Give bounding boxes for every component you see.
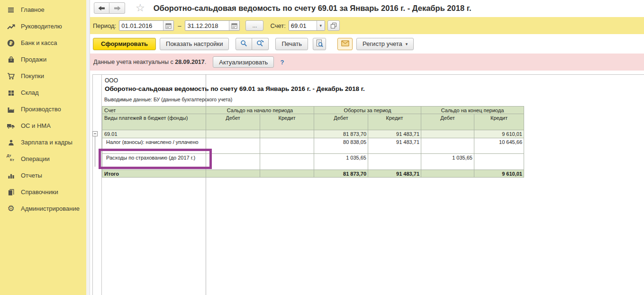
warehouse-icon xyxy=(6,89,16,96)
help-link[interactable]: ? xyxy=(280,59,284,66)
sidebar-item-label: Операции xyxy=(21,155,50,162)
caret-down-icon: ▾ xyxy=(406,42,408,46)
print-button[interactable]: Печать xyxy=(275,38,308,50)
cell-value[interactable] xyxy=(474,154,524,170)
back-button[interactable] xyxy=(94,2,109,14)
col-header-debit: Дебет xyxy=(314,114,368,130)
sidebar-item-label: Справочники xyxy=(21,188,58,196)
cell-value[interactable]: 81 873,70 xyxy=(314,170,368,178)
cell-value[interactable]: 91 483,71 xyxy=(368,170,421,178)
cell-value[interactable] xyxy=(206,170,260,178)
date-from-input[interactable] xyxy=(119,21,163,30)
cell-value[interactable]: 9 610,01 xyxy=(474,130,524,138)
register-menu-button[interactable]: Регистр учета▾ xyxy=(356,38,414,50)
sidebar-item-label: Производство xyxy=(21,106,61,113)
sidebar-item-label: Отчеты xyxy=(21,172,42,179)
cell-value[interactable] xyxy=(206,154,260,170)
account-open-button[interactable] xyxy=(327,20,340,31)
col-header-credit: Кредит xyxy=(368,114,421,130)
sidebar-item-directories[interactable]: Справочники xyxy=(0,184,86,200)
account-dropdown-button[interactable]: ▾ xyxy=(317,21,325,30)
send-email-button[interactable] xyxy=(337,38,353,50)
sidebar-item-label: Банк и касса xyxy=(21,39,57,46)
search-next-button[interactable] xyxy=(252,38,269,50)
cell-value[interactable] xyxy=(260,154,314,170)
cell-value[interactable]: 91 483,71 xyxy=(368,138,421,154)
row-detail-name[interactable]: Расходы по страхованию (до 2017 г.) xyxy=(102,154,206,170)
collapse-group-button[interactable] xyxy=(92,131,98,136)
search-repeat-icon xyxy=(256,39,264,48)
print-preview-button[interactable] xyxy=(313,38,326,50)
sidebar-item-salary[interactable]: Зарплата и кадры xyxy=(0,134,86,151)
cell-value[interactable] xyxy=(206,138,260,154)
cell-value[interactable]: 9 610,01 xyxy=(474,170,524,178)
warning-text: Данные учета неактуальны с 28.09.2017. xyxy=(93,59,206,65)
svg-text:₽: ₽ xyxy=(9,40,13,45)
report-left-border xyxy=(92,74,93,295)
col-header-credit: Кредит xyxy=(474,114,524,130)
row-detail-name[interactable]: Налог (взносы): начислено / уплачено xyxy=(102,138,206,154)
account-field: ▾ xyxy=(289,20,325,31)
date-from-wrap xyxy=(119,20,174,31)
report-data-note: Выводимые данные: БУ (данные бухгалтерск… xyxy=(104,97,232,102)
cart-icon xyxy=(6,72,16,80)
row-total-name[interactable]: Итого xyxy=(102,170,206,178)
cell-value[interactable] xyxy=(206,130,260,138)
search-group xyxy=(236,38,269,50)
app-window: Главное Руководителю ₽ Банк и касса Прод… xyxy=(0,0,644,295)
sidebar-item-warehouse[interactable]: Склад xyxy=(0,84,86,101)
sidebar-item-label: Продажи xyxy=(21,56,46,63)
sidebar-item-reports[interactable]: Отчеты xyxy=(0,167,86,184)
period-more-button[interactable]: ... xyxy=(245,20,263,31)
cell-value[interactable] xyxy=(260,170,314,178)
row-account-name[interactable]: 69.01 xyxy=(102,130,206,138)
sidebar-item-purchases[interactable]: Покупки xyxy=(0,68,86,84)
cell-value[interactable]: 91 483,71 xyxy=(368,130,421,138)
sidebar: Главное Руководителю ₽ Банк и касса Прод… xyxy=(0,0,86,295)
books-icon xyxy=(6,188,16,196)
preview-icon xyxy=(316,39,323,49)
sidebar-item-main[interactable]: Главное xyxy=(0,1,86,18)
group-tree-line xyxy=(95,136,95,167)
cell-value[interactable]: 1 035,65 xyxy=(421,154,474,170)
sidebar-item-manager[interactable]: Руководителю xyxy=(0,18,86,35)
account-input[interactable] xyxy=(289,21,317,30)
sidebar-item-bank[interactable]: ₽ Банк и касса xyxy=(0,35,86,51)
show-settings-button[interactable]: Показать настройки xyxy=(160,38,229,50)
history-nav xyxy=(94,2,125,14)
cell-value[interactable]: 81 873,70 xyxy=(314,130,368,138)
actualize-button[interactable]: Актуализировать xyxy=(213,56,274,68)
filter-bar: Период: – ... Счет: ▾ xyxy=(90,17,644,34)
chart-icon xyxy=(6,172,16,179)
cell-value[interactable]: 10 645,66 xyxy=(474,138,524,154)
title-bar: ☆ Оборотно-сальдовая ведомость по счету … xyxy=(90,0,644,16)
cell-value[interactable] xyxy=(421,130,474,138)
sidebar-item-administration[interactable]: ⚙ Администрирование xyxy=(0,200,86,217)
generate-button[interactable]: Сформировать xyxy=(93,38,156,50)
period-label: Период: xyxy=(93,22,116,29)
cell-value[interactable] xyxy=(421,170,474,178)
sidebar-item-production[interactable]: Производство xyxy=(0,101,86,117)
cell-value[interactable] xyxy=(421,138,474,154)
sidebar-item-sales[interactable]: Продажи xyxy=(0,51,86,68)
menu-icon xyxy=(6,6,16,14)
sidebar-item-operations[interactable]: ДтКт Операции xyxy=(0,151,86,167)
ruble-icon: ₽ xyxy=(6,39,16,47)
cell-value[interactable]: 1 035,65 xyxy=(314,154,368,170)
truck-icon xyxy=(6,122,16,130)
search-button[interactable] xyxy=(236,38,252,50)
cell-value[interactable] xyxy=(260,130,314,138)
sidebar-item-os-nma[interactable]: ОС и НМА xyxy=(0,117,86,134)
cell-value[interactable]: 80 838,05 xyxy=(314,138,368,154)
date-to-input[interactable] xyxy=(185,21,229,30)
calendar-icon[interactable] xyxy=(229,21,239,30)
register-label: Регистр учета xyxy=(363,40,402,47)
cell-value[interactable] xyxy=(368,154,421,170)
report-top-border xyxy=(92,74,644,75)
cell-value[interactable] xyxy=(260,138,314,154)
calendar-icon[interactable] xyxy=(163,21,173,30)
page-title: Оборотно-сальдовая ведомость по счету 69… xyxy=(154,4,472,13)
forward-button[interactable] xyxy=(109,2,125,14)
favorite-star-icon[interactable]: ☆ xyxy=(136,3,145,13)
sidebar-item-label: Покупки xyxy=(21,72,44,80)
